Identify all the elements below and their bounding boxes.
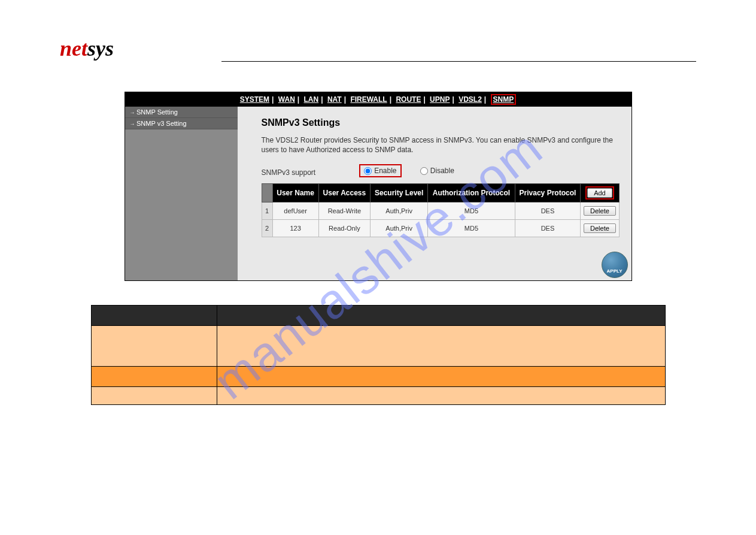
cell-access: Read-Only	[318, 220, 370, 237]
cell-auth: MD5	[428, 202, 515, 220]
cell-sec: Auth,Priv	[371, 202, 428, 220]
delete-button[interactable]: Delete	[584, 206, 616, 216]
add-button[interactable]: Add	[587, 188, 612, 198]
col-action: Add	[581, 184, 619, 202]
nav-snmp[interactable]: SNMP	[493, 95, 514, 104]
cell-action: Delete	[581, 220, 619, 237]
enable-radio-group[interactable]: Enable	[359, 164, 401, 177]
support-label: SNMPv3 support	[262, 168, 357, 177]
nav-firewall[interactable]: FIREWALL	[350, 95, 387, 104]
col-authprotocol: Authorization Protocol	[428, 184, 515, 202]
table-row: 2 123 Read-Only Auth,Priv MD5 DES Delete	[262, 220, 619, 237]
nav-upnp[interactable]: UPNP	[430, 95, 450, 104]
content-area: SNMPv3 Settings The VDSL2 Router provide…	[238, 107, 631, 280]
param-row	[91, 387, 665, 405]
col-securitylevel: Security Level	[371, 184, 428, 202]
param-row	[91, 326, 665, 367]
nav-lan[interactable]: LAN	[304, 95, 319, 104]
snmpv3-support-row: SNMPv3 support Enable Disable	[262, 164, 620, 177]
router-admin-panel: SYSTEM| WAN| LAN| NAT| FIREWALL| ROUTE| …	[125, 92, 632, 281]
col-username: User Name	[272, 184, 318, 202]
disable-label: Disable	[430, 167, 454, 175]
cell-priv: DES	[515, 220, 581, 237]
enable-radio[interactable]	[364, 167, 372, 175]
table-row: 1 defUser Read-Write Auth,Priv MD5 DES D…	[262, 202, 619, 220]
nav-route[interactable]: ROUTE	[396, 95, 421, 104]
nav-system[interactable]: SYSTEM	[240, 95, 269, 104]
delete-button[interactable]: Delete	[584, 223, 616, 233]
sidebar-item-snmp-v3-setting[interactable]: SNMP v3 Setting	[125, 118, 238, 129]
cell-auth: MD5	[428, 220, 515, 237]
cell-sec: Auth,Priv	[371, 220, 428, 237]
cell-idx: 1	[262, 202, 272, 220]
parameter-table	[91, 305, 666, 405]
sidebar: SNMP Setting SNMP v3 Setting	[125, 107, 238, 280]
col-privprotocol: Privacy Protocol	[515, 184, 581, 202]
sidebar-item-snmp-setting[interactable]: SNMP Setting	[125, 107, 238, 118]
divider	[221, 61, 696, 62]
cell-user: 123	[272, 220, 318, 237]
apply-button[interactable]: APPLY	[602, 252, 628, 278]
col-index	[262, 184, 272, 202]
enable-label: Enable	[374, 167, 396, 175]
nav-vdsl2[interactable]: VDSL2	[459, 95, 482, 104]
page-title: SNMPv3 Settings	[262, 117, 620, 128]
logo: netsys	[60, 36, 696, 61]
cell-priv: DES	[515, 202, 581, 220]
nav-nat[interactable]: NAT	[327, 95, 342, 104]
disable-radio[interactable]	[420, 167, 428, 175]
param-row	[91, 367, 665, 387]
param-header-2	[217, 306, 665, 326]
cell-access: Read-Write	[318, 202, 370, 220]
cell-user: defUser	[272, 202, 318, 220]
nav-wan[interactable]: WAN	[278, 95, 295, 104]
cell-action: Delete	[581, 202, 619, 220]
cell-idx: 2	[262, 220, 272, 237]
top-nav: SYSTEM| WAN| LAN| NAT| FIREWALL| ROUTE| …	[125, 92, 631, 107]
snmp-users-table: User Name User Access Security Level Aut…	[262, 183, 620, 237]
col-useraccess: User Access	[318, 184, 370, 202]
disable-radio-group[interactable]: Disable	[417, 165, 458, 176]
param-header-1	[91, 306, 217, 326]
page-description: The VDSL2 Router provides Security to SN…	[262, 135, 620, 155]
